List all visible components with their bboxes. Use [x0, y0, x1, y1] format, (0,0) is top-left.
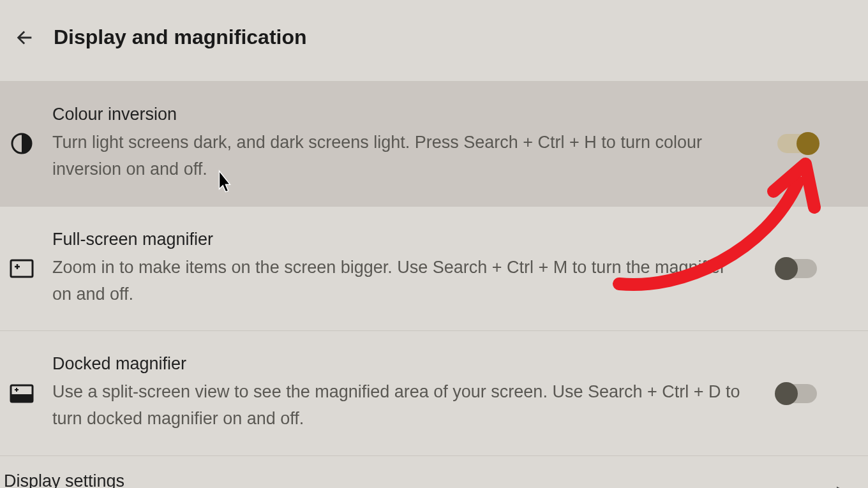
toggle-colour-inversion[interactable]: [777, 134, 817, 153]
settings-page: Display and magnification Colour inversi…: [0, 0, 868, 488]
setting-title: Full-screen magnifier: [52, 230, 748, 249]
page-title: Display and magnification: [54, 26, 307, 49]
setting-title: Colour inversion: [52, 105, 748, 124]
back-button[interactable]: [13, 26, 36, 49]
setting-row-fullscreen-magnifier[interactable]: Full-screen magnifier Zoom in to make it…: [0, 206, 868, 331]
toggle-knob: [797, 132, 819, 155]
toggle-fullscreen-magnifier[interactable]: [777, 259, 817, 278]
svg-rect-5: [11, 394, 33, 402]
svg-rect-1: [11, 260, 33, 277]
setting-text: Colour inversion Turn light screens dark…: [52, 105, 761, 183]
contrast-icon: [8, 132, 36, 155]
setting-description: Use a split-screen view to see the magni…: [52, 379, 748, 433]
toggle-docked-magnifier[interactable]: [777, 384, 817, 403]
docked-magnifier-icon: [8, 384, 36, 403]
setting-description: Zoom in to make items on the screen bigg…: [52, 255, 748, 308]
setting-text: Docked magnifier Use a split-screen view…: [52, 354, 761, 433]
arrow-left-icon: [13, 27, 35, 48]
link-title: Display settings: [4, 471, 855, 488]
setting-description: Turn light screens dark, and dark screen…: [52, 129, 748, 183]
toggle-knob: [775, 257, 798, 280]
toggle-knob: [775, 382, 798, 405]
page-header: Display and magnification: [0, 0, 868, 81]
link-row-display-settings[interactable]: Display settings Change display size to …: [0, 455, 868, 488]
fullscreen-magnifier-icon: [8, 259, 36, 278]
setting-row-colour-inversion[interactable]: Colour inversion Turn light screens dark…: [0, 81, 868, 206]
chevron-right-icon: ▸: [837, 482, 842, 488]
setting-title: Docked magnifier: [52, 354, 748, 374]
setting-text: Full-screen magnifier Zoom in to make it…: [52, 230, 761, 308]
setting-row-docked-magnifier[interactable]: Docked magnifier Use a split-screen view…: [0, 330, 868, 455]
